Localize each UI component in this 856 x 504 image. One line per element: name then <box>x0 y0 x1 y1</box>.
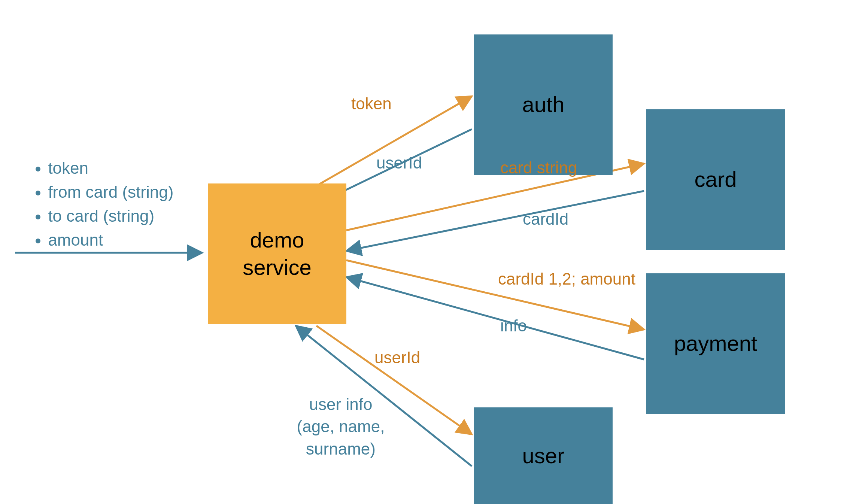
node-auth-label: auth <box>522 91 565 118</box>
input-params-list: token from card (string) to card (string… <box>30 159 173 255</box>
node-demo-label-line1: demo <box>250 228 304 252</box>
input-param-item: amount <box>48 231 173 249</box>
edge-payment-to-demo <box>346 277 644 359</box>
node-demo-service: demo service <box>208 183 346 324</box>
label-user-info: user info (age, name, surname) <box>292 393 389 460</box>
node-payment: payment <box>646 273 785 414</box>
node-card: card <box>646 109 785 250</box>
label-cardid: cardId <box>523 210 568 228</box>
input-param-item: from card (string) <box>48 183 173 201</box>
node-payment-label: payment <box>674 330 757 357</box>
input-param-item: to card (string) <box>48 207 173 225</box>
node-user: user <box>474 407 613 504</box>
label-userid-auth: userId <box>376 154 422 172</box>
label-token: token <box>351 94 392 113</box>
label-userid-user: userId <box>374 348 420 367</box>
node-auth: auth <box>474 34 613 175</box>
node-user-label: user <box>522 442 565 470</box>
label-payment-req: cardId 1,2; amount <box>498 270 635 288</box>
label-info: info <box>500 316 527 335</box>
label-card-string: card string <box>500 158 577 177</box>
node-demo-label-line2: service <box>243 255 312 279</box>
diagram-canvas: token from card (string) to card (string… <box>0 0 856 504</box>
input-param-item: token <box>48 159 173 177</box>
edge-card-to-demo <box>346 191 644 251</box>
node-card-label: card <box>695 166 737 193</box>
